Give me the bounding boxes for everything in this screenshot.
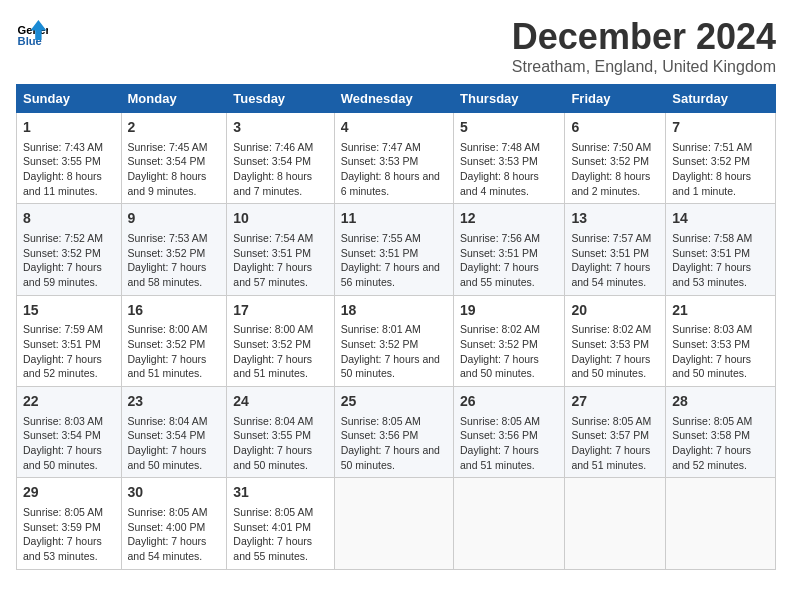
header: General Blue December 2024 Streatham, En… xyxy=(16,16,776,76)
day-info: Sunrise: 8:04 AMSunset: 3:54 PMDaylight:… xyxy=(128,414,221,473)
day-number: 30 xyxy=(128,483,221,503)
day-info: Sunrise: 8:05 AMSunset: 3:59 PMDaylight:… xyxy=(23,505,115,564)
calendar-cell: 4Sunrise: 7:47 AMSunset: 3:53 PMDaylight… xyxy=(334,113,453,204)
day-number: 27 xyxy=(571,392,659,412)
calendar-cell: 24Sunrise: 8:04 AMSunset: 3:55 PMDayligh… xyxy=(227,387,334,478)
day-info: Sunrise: 8:04 AMSunset: 3:55 PMDaylight:… xyxy=(233,414,327,473)
calendar-cell: 29Sunrise: 8:05 AMSunset: 3:59 PMDayligh… xyxy=(17,478,122,569)
day-number: 24 xyxy=(233,392,327,412)
day-number: 31 xyxy=(233,483,327,503)
header-day-sunday: Sunday xyxy=(17,85,122,113)
day-info: Sunrise: 8:05 AMSunset: 4:00 PMDaylight:… xyxy=(128,505,221,564)
day-number: 11 xyxy=(341,209,447,229)
calendar-cell: 27Sunrise: 8:05 AMSunset: 3:57 PMDayligh… xyxy=(565,387,666,478)
day-number: 2 xyxy=(128,118,221,138)
calendar-cell: 6Sunrise: 7:50 AMSunset: 3:52 PMDaylight… xyxy=(565,113,666,204)
calendar-cell: 20Sunrise: 8:02 AMSunset: 3:53 PMDayligh… xyxy=(565,295,666,386)
calendar-cell: 3Sunrise: 7:46 AMSunset: 3:54 PMDaylight… xyxy=(227,113,334,204)
calendar-cell: 10Sunrise: 7:54 AMSunset: 3:51 PMDayligh… xyxy=(227,204,334,295)
header-day-tuesday: Tuesday xyxy=(227,85,334,113)
calendar-cell: 16Sunrise: 8:00 AMSunset: 3:52 PMDayligh… xyxy=(121,295,227,386)
day-number: 3 xyxy=(233,118,327,138)
day-number: 29 xyxy=(23,483,115,503)
calendar-cell: 19Sunrise: 8:02 AMSunset: 3:52 PMDayligh… xyxy=(454,295,565,386)
day-info: Sunrise: 8:01 AMSunset: 3:52 PMDaylight:… xyxy=(341,322,447,381)
day-number: 1 xyxy=(23,118,115,138)
calendar-cell: 26Sunrise: 8:05 AMSunset: 3:56 PMDayligh… xyxy=(454,387,565,478)
day-number: 7 xyxy=(672,118,769,138)
day-info: Sunrise: 7:53 AMSunset: 3:52 PMDaylight:… xyxy=(128,231,221,290)
calendar-cell: 30Sunrise: 8:05 AMSunset: 4:00 PMDayligh… xyxy=(121,478,227,569)
day-info: Sunrise: 7:45 AMSunset: 3:54 PMDaylight:… xyxy=(128,140,221,199)
calendar-week-4: 22Sunrise: 8:03 AMSunset: 3:54 PMDayligh… xyxy=(17,387,776,478)
calendar-header-row: SundayMondayTuesdayWednesdayThursdayFrid… xyxy=(17,85,776,113)
calendar-cell: 17Sunrise: 8:00 AMSunset: 3:52 PMDayligh… xyxy=(227,295,334,386)
calendar-cell: 22Sunrise: 8:03 AMSunset: 3:54 PMDayligh… xyxy=(17,387,122,478)
day-info: Sunrise: 7:46 AMSunset: 3:54 PMDaylight:… xyxy=(233,140,327,199)
day-info: Sunrise: 7:50 AMSunset: 3:52 PMDaylight:… xyxy=(571,140,659,199)
logo-icon: General Blue xyxy=(16,16,48,48)
day-info: Sunrise: 8:02 AMSunset: 3:52 PMDaylight:… xyxy=(460,322,558,381)
calendar-cell: 25Sunrise: 8:05 AMSunset: 3:56 PMDayligh… xyxy=(334,387,453,478)
day-number: 12 xyxy=(460,209,558,229)
calendar-week-5: 29Sunrise: 8:05 AMSunset: 3:59 PMDayligh… xyxy=(17,478,776,569)
header-day-wednesday: Wednesday xyxy=(334,85,453,113)
day-number: 26 xyxy=(460,392,558,412)
calendar-cell: 23Sunrise: 8:04 AMSunset: 3:54 PMDayligh… xyxy=(121,387,227,478)
calendar-cell: 28Sunrise: 8:05 AMSunset: 3:58 PMDayligh… xyxy=(666,387,776,478)
calendar-cell: 15Sunrise: 7:59 AMSunset: 3:51 PMDayligh… xyxy=(17,295,122,386)
calendar-week-2: 8Sunrise: 7:52 AMSunset: 3:52 PMDaylight… xyxy=(17,204,776,295)
location: Streatham, England, United Kingdom xyxy=(512,58,776,76)
day-info: Sunrise: 7:54 AMSunset: 3:51 PMDaylight:… xyxy=(233,231,327,290)
day-info: Sunrise: 7:55 AMSunset: 3:51 PMDaylight:… xyxy=(341,231,447,290)
calendar-cell xyxy=(565,478,666,569)
day-info: Sunrise: 8:03 AMSunset: 3:54 PMDaylight:… xyxy=(23,414,115,473)
day-number: 13 xyxy=(571,209,659,229)
calendar-cell: 21Sunrise: 8:03 AMSunset: 3:53 PMDayligh… xyxy=(666,295,776,386)
day-info: Sunrise: 8:05 AMSunset: 3:58 PMDaylight:… xyxy=(672,414,769,473)
calendar-cell xyxy=(666,478,776,569)
day-info: Sunrise: 8:05 AMSunset: 4:01 PMDaylight:… xyxy=(233,505,327,564)
calendar-cell: 1Sunrise: 7:43 AMSunset: 3:55 PMDaylight… xyxy=(17,113,122,204)
day-number: 6 xyxy=(571,118,659,138)
calendar-cell: 31Sunrise: 8:05 AMSunset: 4:01 PMDayligh… xyxy=(227,478,334,569)
day-info: Sunrise: 8:05 AMSunset: 3:56 PMDaylight:… xyxy=(341,414,447,473)
calendar-table: SundayMondayTuesdayWednesdayThursdayFrid… xyxy=(16,84,776,570)
calendar-cell: 2Sunrise: 7:45 AMSunset: 3:54 PMDaylight… xyxy=(121,113,227,204)
day-number: 23 xyxy=(128,392,221,412)
day-number: 14 xyxy=(672,209,769,229)
day-info: Sunrise: 8:00 AMSunset: 3:52 PMDaylight:… xyxy=(128,322,221,381)
calendar-cell xyxy=(334,478,453,569)
day-number: 19 xyxy=(460,301,558,321)
calendar-cell: 13Sunrise: 7:57 AMSunset: 3:51 PMDayligh… xyxy=(565,204,666,295)
calendar-week-3: 15Sunrise: 7:59 AMSunset: 3:51 PMDayligh… xyxy=(17,295,776,386)
day-number: 21 xyxy=(672,301,769,321)
calendar-cell: 11Sunrise: 7:55 AMSunset: 3:51 PMDayligh… xyxy=(334,204,453,295)
day-info: Sunrise: 7:58 AMSunset: 3:51 PMDaylight:… xyxy=(672,231,769,290)
calendar-cell: 18Sunrise: 8:01 AMSunset: 3:52 PMDayligh… xyxy=(334,295,453,386)
day-info: Sunrise: 7:47 AMSunset: 3:53 PMDaylight:… xyxy=(341,140,447,199)
day-info: Sunrise: 8:00 AMSunset: 3:52 PMDaylight:… xyxy=(233,322,327,381)
day-info: Sunrise: 7:56 AMSunset: 3:51 PMDaylight:… xyxy=(460,231,558,290)
month-title: December 2024 xyxy=(512,16,776,58)
day-number: 25 xyxy=(341,392,447,412)
day-info: Sunrise: 7:48 AMSunset: 3:53 PMDaylight:… xyxy=(460,140,558,199)
day-number: 20 xyxy=(571,301,659,321)
day-number: 4 xyxy=(341,118,447,138)
day-number: 16 xyxy=(128,301,221,321)
day-number: 22 xyxy=(23,392,115,412)
day-number: 9 xyxy=(128,209,221,229)
day-number: 28 xyxy=(672,392,769,412)
calendar-cell: 12Sunrise: 7:56 AMSunset: 3:51 PMDayligh… xyxy=(454,204,565,295)
calendar-cell: 8Sunrise: 7:52 AMSunset: 3:52 PMDaylight… xyxy=(17,204,122,295)
logo: General Blue xyxy=(16,16,48,48)
day-number: 10 xyxy=(233,209,327,229)
day-info: Sunrise: 7:57 AMSunset: 3:51 PMDaylight:… xyxy=(571,231,659,290)
calendar-cell: 5Sunrise: 7:48 AMSunset: 3:53 PMDaylight… xyxy=(454,113,565,204)
header-day-monday: Monday xyxy=(121,85,227,113)
day-info: Sunrise: 8:02 AMSunset: 3:53 PMDaylight:… xyxy=(571,322,659,381)
day-info: Sunrise: 8:03 AMSunset: 3:53 PMDaylight:… xyxy=(672,322,769,381)
title-area: December 2024 Streatham, England, United… xyxy=(512,16,776,76)
calendar-cell: 9Sunrise: 7:53 AMSunset: 3:52 PMDaylight… xyxy=(121,204,227,295)
day-number: 18 xyxy=(341,301,447,321)
